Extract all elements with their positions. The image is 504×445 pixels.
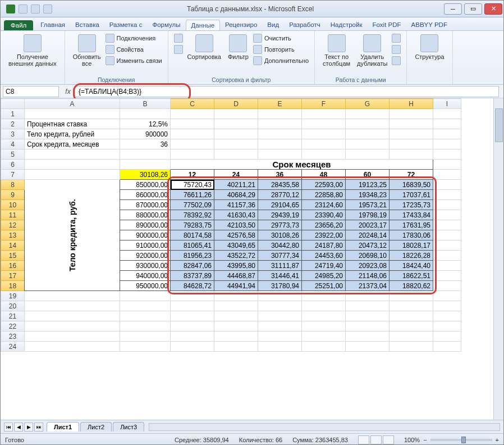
fx-icon[interactable]: fx — [61, 88, 75, 96]
cell-F17[interactable]: 24985,20 — [302, 271, 346, 281]
cell-G22[interactable] — [346, 321, 390, 332]
cell-B7[interactable]: 30108,26 — [120, 170, 171, 180]
cell-H24[interactable] — [390, 342, 433, 352]
cell-B9[interactable]: 860000,00 — [120, 190, 171, 200]
col-header-E[interactable]: E — [258, 99, 302, 109]
minimize-button[interactable]: ─ — [444, 3, 462, 15]
row-header-11[interactable]: 11 — [1, 210, 25, 220]
cell-F19[interactable] — [302, 291, 346, 301]
cell-D3[interactable] — [214, 129, 258, 139]
cell-D7[interactable]: 24 — [214, 170, 258, 180]
row-header-16[interactable]: 16 — [1, 261, 25, 271]
cell-E1[interactable] — [258, 109, 302, 119]
cell-D24[interactable] — [214, 342, 258, 352]
col-header-D[interactable]: D — [214, 99, 258, 109]
outline-button[interactable]: Структура — [413, 33, 446, 61]
row-header-1[interactable]: 1 — [1, 109, 25, 119]
row-header-24[interactable]: 24 — [1, 342, 25, 352]
cell-E12[interactable]: 29773,73 — [258, 220, 302, 230]
cell-B5[interactable] — [120, 149, 171, 160]
row-header-2[interactable]: 2 — [1, 119, 25, 129]
cell-A19[interactable] — [25, 291, 120, 301]
cell-C15[interactable]: 81956,23 — [171, 251, 214, 261]
cell-B12[interactable]: 890000,00 — [120, 220, 171, 230]
cell-G24[interactable] — [346, 342, 390, 352]
cell-G12[interactable]: 20023,17 — [346, 220, 390, 230]
col-header-A[interactable]: A — [25, 99, 120, 109]
row-header-18[interactable]: 18 — [1, 281, 25, 291]
cell-D5[interactable] — [214, 149, 258, 160]
cell-H4[interactable] — [390, 139, 433, 149]
worksheet-area[interactable]: ABCDEFGHI12Процентная ставка12,5%3Тело к… — [1, 98, 503, 420]
sort-desc-button[interactable] — [174, 44, 183, 55]
cell-E8[interactable]: 28435,58 — [258, 180, 302, 190]
cell-B15[interactable]: 920000,00 — [120, 251, 171, 261]
get-external-data-button[interactable]: Получение внешних данных — [6, 33, 59, 68]
edit-links-button[interactable]: Изменить связи — [106, 56, 162, 66]
cell-I13[interactable] — [433, 230, 461, 240]
cell-I17[interactable] — [433, 271, 461, 281]
scrollbar-thumb[interactable] — [495, 108, 503, 142]
cell-D14[interactable]: 43049,65 — [214, 240, 258, 251]
cell-B22[interactable] — [120, 321, 171, 332]
cell-E15[interactable]: 30777,34 — [258, 251, 302, 261]
cell-G16[interactable]: 20923,08 — [346, 261, 390, 271]
cell-C10[interactable]: 77502,09 — [171, 200, 214, 210]
cell-A20[interactable] — [25, 301, 120, 311]
cell-G4[interactable] — [346, 139, 390, 149]
cell-F21[interactable] — [302, 311, 346, 321]
cell-E2[interactable] — [258, 119, 302, 129]
cell-I3[interactable] — [433, 129, 461, 139]
cell-C9[interactable]: 76611,26 — [171, 190, 214, 200]
cell-C19[interactable] — [171, 291, 214, 301]
cell-A1[interactable] — [25, 109, 120, 119]
cell-E24[interactable] — [258, 342, 302, 352]
cell-C7[interactable]: 12 — [171, 170, 214, 180]
cell-E13[interactable]: 30108,26 — [258, 230, 302, 240]
cell-I21[interactable] — [433, 311, 461, 321]
sheet-tab-0[interactable]: Лист1 — [47, 422, 79, 432]
text-to-columns-button[interactable]: Текст по столбцам — [320, 33, 352, 68]
cell-B14[interactable]: 910000,00 — [120, 240, 171, 251]
cell-E22[interactable] — [258, 321, 302, 332]
cell-A6[interactable] — [25, 160, 120, 170]
ribbon-tab-9[interactable]: Foxit PDF — [367, 20, 406, 30]
cell-I2[interactable] — [433, 119, 461, 129]
cell-B17[interactable]: 940000,00 — [120, 271, 171, 281]
cell-B11[interactable]: 880000,00 — [120, 210, 171, 220]
cell-B20[interactable] — [120, 301, 171, 311]
row-header-6[interactable]: 6 — [1, 160, 25, 170]
col-header-H[interactable]: H — [390, 99, 433, 109]
clear-filter-button[interactable]: Очистить — [253, 33, 309, 43]
cell-G18[interactable]: 21373,04 — [346, 281, 390, 291]
advanced-filter-button[interactable]: Дополнительно — [253, 56, 309, 66]
ribbon-tab-2[interactable]: Разметка с — [104, 20, 148, 30]
cell-C3[interactable] — [171, 129, 214, 139]
cell-H1[interactable] — [390, 109, 433, 119]
qat-redo-button[interactable] — [43, 4, 52, 14]
cell-A8[interactable]: Тело кредита, руб. — [25, 180, 120, 291]
cell-F23[interactable] — [302, 332, 346, 342]
ribbon-tab-10[interactable]: ABBYY PDF — [406, 20, 452, 30]
sheet-nav-prev[interactable]: ◀ — [14, 423, 23, 432]
row-header-17[interactable]: 17 — [1, 271, 25, 281]
row-header-5[interactable]: 5 — [1, 149, 25, 160]
cell-C12[interactable]: 79283,75 — [171, 220, 214, 230]
cell-C23[interactable] — [171, 332, 214, 342]
cell-I14[interactable] — [433, 240, 461, 251]
name-box[interactable]: C8 — [3, 86, 59, 97]
view-page-layout-button[interactable] — [370, 435, 382, 444]
data-validation-button[interactable] — [392, 33, 401, 43]
cell-I8[interactable] — [433, 180, 461, 190]
cell-I20[interactable] — [433, 301, 461, 311]
cell-C16[interactable]: 82847,06 — [171, 261, 214, 271]
cell-D21[interactable] — [214, 311, 258, 321]
cell-F8[interactable]: 22593,00 — [302, 180, 346, 190]
formula-bar[interactable]: {=ТАБЛИЦА(B4;B3)} — [75, 86, 499, 97]
cell-G1[interactable] — [346, 109, 390, 119]
cell-H13[interactable]: 17830,06 — [390, 230, 433, 240]
cell-E11[interactable]: 29439,19 — [258, 210, 302, 220]
cell-F10[interactable]: 23124,60 — [302, 200, 346, 210]
cell-B16[interactable]: 930000,00 — [120, 261, 171, 271]
cell-F7[interactable]: 48 — [302, 170, 346, 180]
